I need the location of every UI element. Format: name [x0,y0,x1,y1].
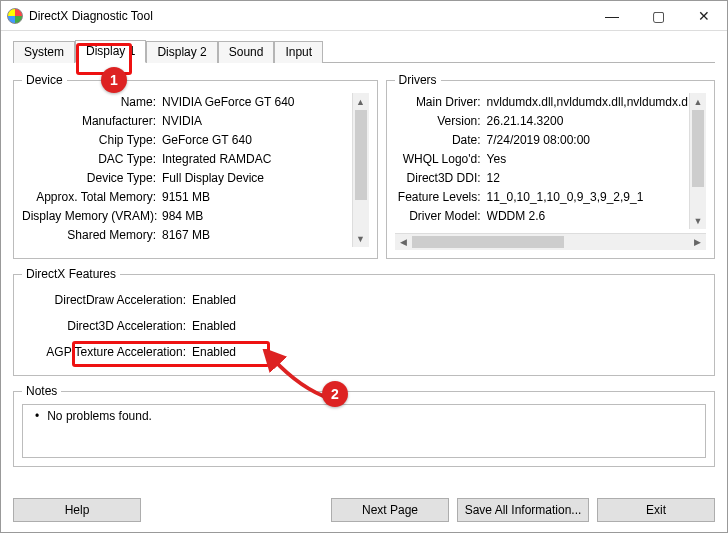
tab-input[interactable]: Input [274,41,323,63]
feature-key: DirectDraw Acceleration: [22,287,192,313]
close-icon: ✕ [698,8,710,24]
tab-display2[interactable]: Display 2 [146,41,217,63]
device-scrollbar[interactable]: ▲ ▼ [352,93,369,247]
drivers-val: 26.21.14.3200 [487,112,688,131]
drivers-list: Main Driver:nvldumdx.dll,nvldumdx.dll,nv… [395,93,706,229]
device-row: Display Memory (VRAM):984 MB [22,207,351,226]
feature-row-direct3d: Direct3D Acceleration:Enabled [22,313,706,339]
device-val: 9151 MB [162,188,351,207]
feature-key: Direct3D Acceleration: [22,313,192,339]
device-legend: Device [22,73,67,87]
drivers-val: 7/24/2019 08:00:00 [487,131,688,150]
save-all-button[interactable]: Save All Information... [457,498,589,522]
button-bar: Help Next Page Save All Information... E… [13,498,715,522]
device-key: Device Type: [22,169,162,188]
device-val: NVIDIA [162,112,351,131]
scroll-thumb[interactable] [412,236,565,248]
next-page-button[interactable]: Next Page [331,498,449,522]
scroll-down-icon[interactable]: ▼ [690,212,706,229]
device-row: Approx. Total Memory:9151 MB [22,188,351,207]
drivers-row: WHQL Logo'd:Yes [395,150,688,169]
app-icon [7,8,23,24]
notes-text-area[interactable]: No problems found. [22,404,706,458]
device-val: NVIDIA GeForce GT 640 [162,93,351,112]
exit-button[interactable]: Exit [597,498,715,522]
help-button[interactable]: Help [13,498,141,522]
scroll-track[interactable] [412,234,689,250]
device-row: DAC Type:Integrated RAMDAC [22,150,351,169]
device-key: DAC Type: [22,150,162,169]
features-group: DirectX Features DirectDraw Acceleration… [13,267,715,376]
feature-val: Enabled [192,339,706,365]
drivers-row: Main Driver:nvldumdx.dll,nvldumdx.dll,nv… [395,93,688,112]
tab-system[interactable]: System [13,41,75,63]
scroll-track[interactable] [353,110,369,230]
drivers-group: Drivers Main Driver:nvldumdx.dll,nvldumd… [386,73,715,259]
device-row: Manufacturer:NVIDIA [22,112,351,131]
drivers-key: WHQL Logo'd: [395,150,487,169]
feature-val: Enabled [192,287,706,313]
device-row: Shared Memory:8167 MB [22,226,351,245]
drivers-key: Main Driver: [395,93,487,112]
notes-legend: Notes [22,384,61,398]
drivers-val: 12 [487,169,688,188]
device-val: 8167 MB [162,226,351,245]
scroll-track[interactable] [690,110,706,212]
device-list: Name:NVIDIA GeForce GT 640 Manufacturer:… [22,93,369,247]
device-key: Name: [22,93,162,112]
device-val: Full Display Device [162,169,351,188]
device-val: Integrated RAMDAC [162,150,351,169]
tab-bar: System Display 1 Display 2 Sound Input [13,39,715,63]
feature-row-agp: AGP Texture Acceleration:Enabled [22,339,706,365]
tab-sound[interactable]: Sound [218,41,275,63]
scroll-right-icon[interactable]: ▶ [689,234,706,250]
drivers-row: Direct3D DDI:12 [395,169,688,188]
drivers-key: Direct3D DDI: [395,169,487,188]
scroll-down-icon[interactable]: ▼ [353,230,369,247]
drivers-row: Date:7/24/2019 08:00:00 [395,131,688,150]
notes-group: Notes No problems found. [13,384,715,467]
device-key: Display Memory (VRAM): [22,207,162,226]
features-legend: DirectX Features [22,267,120,281]
device-val: 984 MB [162,207,351,226]
drivers-vscrollbar[interactable]: ▲ ▼ [689,93,706,229]
window-title: DirectX Diagnostic Tool [29,9,589,23]
device-row: Name:NVIDIA GeForce GT 640 [22,93,351,112]
device-row: Device Type:Full Display Device [22,169,351,188]
titlebar: DirectX Diagnostic Tool — ▢ ✕ [1,1,727,31]
scroll-thumb[interactable] [355,110,367,200]
feature-key: AGP Texture Acceleration: [22,339,192,365]
scroll-thumb[interactable] [692,110,704,187]
drivers-val: 11_0,10_1,10_0,9_3,9_2,9_1 [487,188,688,207]
scroll-up-icon[interactable]: ▲ [690,93,706,110]
device-val: GeForce GT 640 [162,131,351,150]
minimize-icon: — [605,8,619,24]
drivers-row: Feature Levels:11_0,10_1,10_0,9_3,9_2,9_… [395,188,688,207]
drivers-key: Date: [395,131,487,150]
feature-row-directdraw: DirectDraw Acceleration:Enabled [22,287,706,313]
device-row: Chip Type:GeForce GT 640 [22,131,351,150]
maximize-button[interactable]: ▢ [635,1,681,31]
drivers-row: Driver Model:WDDM 2.6 [395,207,688,226]
feature-val: Enabled [192,313,706,339]
scroll-up-icon[interactable]: ▲ [353,93,369,110]
scroll-left-icon[interactable]: ◀ [395,234,412,250]
device-key: Chip Type: [22,131,162,150]
device-key: Shared Memory: [22,226,162,245]
device-group: Device Name:NVIDIA GeForce GT 640 Manufa… [13,73,378,259]
maximize-icon: ▢ [652,8,665,24]
drivers-val: Yes [487,150,688,169]
notes-line: No problems found. [29,409,699,423]
minimize-button[interactable]: — [589,1,635,31]
drivers-key: Driver Model: [395,207,487,226]
drivers-row: Version:26.21.14.3200 [395,112,688,131]
drivers-key: Version: [395,112,487,131]
device-key: Manufacturer: [22,112,162,131]
drivers-legend: Drivers [395,73,441,87]
drivers-val: nvldumdx.dll,nvldumdx.dll,nvldumdx.d [487,93,688,112]
drivers-val: WDDM 2.6 [487,207,688,226]
drivers-hscrollbar[interactable]: ◀ ▶ [395,233,706,250]
tab-display1[interactable]: Display 1 [75,40,146,63]
device-key: Approx. Total Memory: [22,188,162,207]
close-button[interactable]: ✕ [681,1,727,31]
